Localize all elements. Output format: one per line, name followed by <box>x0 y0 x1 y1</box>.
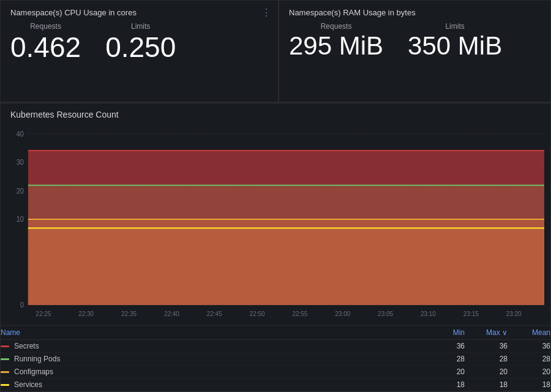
svg-text:23:05: 23:05 <box>378 309 393 317</box>
col-mean-header[interactable]: Mean <box>508 328 550 337</box>
cpu-limits-label: Limits <box>105 22 176 31</box>
ram-panel-title: Namespace(s) RAM Usage in bytes <box>289 8 541 17</box>
secrets-max: 36 <box>465 342 508 350</box>
chart-title: Kubernetes Resource Count <box>10 110 541 119</box>
svg-text:0: 0 <box>20 301 24 309</box>
svg-text:22:50: 22:50 <box>250 309 265 317</box>
cpu-requests-value: 0.462 <box>10 33 81 61</box>
col-name-header[interactable]: Name <box>1 328 422 337</box>
secrets-min: 36 <box>422 342 465 350</box>
services-name: Services <box>14 380 42 389</box>
svg-text:23:15: 23:15 <box>463 309 479 317</box>
cpu-panel-title: Namespace(s) CPU Usage in cores <box>10 8 268 17</box>
configmaps-max: 20 <box>465 368 508 376</box>
svg-text:22:35: 22:35 <box>121 309 137 317</box>
col-min-header[interactable]: Min <box>422 328 465 337</box>
cpu-panel-menu[interactable]: ⋮ <box>261 7 272 18</box>
configmaps-min: 20 <box>422 368 465 376</box>
running-pods-color-swatch <box>1 358 9 360</box>
svg-text:10: 10 <box>17 215 24 224</box>
ram-panel: Namespace(s) RAM Usage in bytes Requests… <box>279 0 551 102</box>
services-mean: 18 <box>508 380 550 389</box>
legend-row-secrets[interactable]: Secrets 36 36 36 <box>1 340 550 353</box>
ram-requests-label: Requests <box>289 22 383 31</box>
svg-text:22:40: 22:40 <box>164 309 179 317</box>
running-pods-max: 28 <box>465 355 508 363</box>
svg-text:20: 20 <box>17 186 24 195</box>
services-max: 18 <box>465 380 508 389</box>
svg-text:23:00: 23:00 <box>335 309 350 317</box>
svg-text:40: 40 <box>17 129 24 138</box>
ram-limits-value: 350 MiB <box>408 33 502 59</box>
svg-text:23:20: 23:20 <box>506 309 522 317</box>
svg-text:22:55: 22:55 <box>292 309 307 317</box>
configmaps-mean: 20 <box>508 368 550 376</box>
cpu-limits-value: 0.250 <box>105 33 176 61</box>
svg-text:23:10: 23:10 <box>421 309 436 317</box>
legend-header: Name Min Max ∨ Mean <box>1 326 550 340</box>
svg-text:30: 30 <box>17 158 24 167</box>
col-max-header[interactable]: Max ∨ <box>465 328 508 337</box>
chart-svg: 40 30 20 10 0 <box>1 127 550 324</box>
ram-requests-value: 295 MiB <box>289 33 383 59</box>
secrets-name: Secrets <box>14 342 39 350</box>
running-pods-min: 28 <box>422 355 465 363</box>
legend-table: Name Min Max ∨ Mean Secrets 36 36 36 Run… <box>1 325 550 391</box>
legend-row-services[interactable]: Services 18 18 18 <box>1 379 550 391</box>
configmaps-name: Configmaps <box>14 368 53 376</box>
running-pods-name: Running Pods <box>14 355 60 363</box>
secrets-mean: 36 <box>508 342 550 350</box>
legend-row-running-pods[interactable]: Running Pods 28 28 28 <box>1 353 550 366</box>
resource-count-panel: Kubernetes Resource Count 40 30 20 10 0 <box>0 103 551 392</box>
running-pods-mean: 28 <box>508 355 550 363</box>
configmaps-color-swatch <box>1 371 9 373</box>
services-color-swatch <box>1 384 9 386</box>
services-min: 18 <box>422 380 465 389</box>
chart-section: Kubernetes Resource Count 40 30 20 10 0 <box>0 103 551 392</box>
legend-row-configmaps[interactable]: Configmaps 20 20 20 <box>1 366 550 379</box>
svg-text:22:30: 22:30 <box>78 309 94 317</box>
chart-svg-area: 40 30 20 10 0 <box>1 127 550 324</box>
svg-text:22:25: 22:25 <box>36 309 51 317</box>
cpu-requests-label: Requests <box>10 22 81 31</box>
secrets-color-swatch <box>1 345 9 347</box>
cpu-panel: Namespace(s) CPU Usage in cores ⋮ Reques… <box>0 0 279 102</box>
svg-text:22:45: 22:45 <box>207 309 222 317</box>
ram-limits-label: Limits <box>408 22 502 31</box>
